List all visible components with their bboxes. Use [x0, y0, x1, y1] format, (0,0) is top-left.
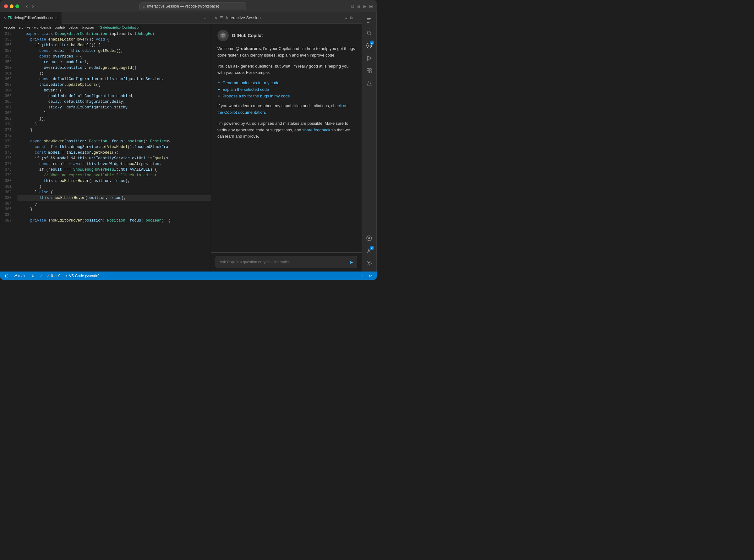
error-icon: ✕ [47, 274, 50, 278]
breadcrumb-file[interactable]: TS debugEditorContribution. [98, 25, 141, 29]
activity-search[interactable] [364, 27, 375, 39]
copilot-ai-text: I'm powered by AI, so surprises and mist… [218, 120, 355, 140]
status-vscode[interactable]: ⟡ VS Code (vscode) [64, 274, 101, 278]
svg-point-20 [368, 249, 370, 251]
copilot-split-icon[interactable]: ⧉ [350, 15, 352, 20]
spark-icon-1: ✦ [218, 81, 221, 85]
svg-point-11 [369, 45, 370, 46]
copilot-link-1[interactable]: ✦ Generate unit tests for my code [218, 80, 355, 85]
copilot-input-box[interactable]: ➤ [216, 256, 357, 268]
svg-point-2 [223, 34, 225, 36]
maximize-button[interactable] [15, 4, 19, 8]
breadcrumb-contrib[interactable]: contrib [54, 25, 65, 29]
split-editor-button[interactable]: ⧉ [351, 4, 354, 9]
activity-accounts[interactable]: 2 [364, 245, 375, 256]
close-button[interactable] [4, 4, 8, 8]
copilot-feedback-link[interactable]: share feedback [302, 127, 330, 132]
copilot-header-actions: ≡ ⧉ ··· [345, 15, 359, 20]
svg-point-0 [220, 32, 226, 39]
tab-bar: ✕ TS debugEditorContribution.ts ··· [0, 12, 211, 24]
back-button[interactable]: ‹ [25, 3, 29, 10]
breadcrumb-debug[interactable]: debug [68, 25, 78, 29]
activity-copilot[interactable]: 2 [364, 40, 375, 51]
tab-close-icon[interactable]: ✕ [3, 16, 6, 19]
status-sync[interactable]: ↻ [30, 274, 36, 278]
copilot-avatar [218, 30, 229, 41]
code-content: export class DebugEditorContribution imp… [15, 31, 211, 272]
svg-rect-3 [367, 18, 371, 19]
nav-buttons: ‹ › [25, 3, 35, 10]
activity-run[interactable] [364, 53, 375, 64]
status-branch[interactable]: ⎇ main [12, 274, 28, 278]
copilot-link-3[interactable]: ✦ Propose a fix for the bugs in my code [218, 94, 355, 98]
panel-button[interactable]: ⊟ [363, 4, 367, 9]
svg-rect-4 [367, 19, 370, 20]
warning-icon: ⚠ [54, 274, 58, 278]
status-live-share[interactable]: ⊕ [359, 274, 365, 278]
breadcrumb-workbench[interactable]: workbench [34, 25, 51, 29]
copilot-send-button[interactable]: ➤ [349, 259, 353, 265]
branch-icon: ⎇ [13, 274, 17, 278]
git-icon: ⑂ [40, 274, 42, 278]
minimize-button[interactable] [10, 4, 14, 8]
layout-button[interactable]: ⊡ [356, 4, 360, 9]
customize-layout-button[interactable]: ⊞ [369, 4, 373, 9]
copilot-close-button[interactable]: ✕ [214, 16, 218, 20]
breadcrumb-browser[interactable]: browser [82, 25, 94, 29]
copilot-link-1-text: Generate unit tests for my code [222, 80, 279, 85]
workspace-name: VS Code (vscode) [69, 274, 99, 278]
copilot-input-field[interactable] [220, 260, 347, 264]
activity-flask[interactable] [364, 78, 375, 89]
copilot-more-icon[interactable]: ··· [355, 15, 359, 20]
status-bar: ⟩⟨ ⎇ main ↻ ⑂ ✕ 0 ⚠ 0 ⟡ VS Code (vscode)… [0, 272, 377, 280]
code-editor[interactable]: 212 355 356 357 358 359 360 361 362 363 … [0, 31, 211, 272]
copilot-panel: ✕ ☰ Interactive Session ≡ ⧉ ··· G [211, 12, 362, 272]
status-errors[interactable]: ✕ 0 ⚠ 0 [45, 274, 62, 278]
svg-point-19 [368, 237, 370, 239]
status-remote-button[interactable]: ⟩⟨ [3, 274, 9, 278]
editor-tab[interactable]: ✕ TS debugEditorContribution.ts [0, 12, 62, 24]
activity-github[interactable] [364, 233, 375, 244]
status-git[interactable]: ⑂ [38, 274, 43, 278]
tab-more-button[interactable]: ··· [201, 15, 211, 20]
svg-marker-12 [368, 56, 371, 60]
accounts-badge: 2 [370, 246, 374, 250]
copilot-link-2[interactable]: ✦ Explain the selected code [218, 87, 355, 92]
copilot-list-icon[interactable]: ≡ [345, 15, 347, 20]
status-broadcast[interactable]: ⟳ [368, 274, 373, 278]
spark-icon-3: ✦ [218, 94, 221, 98]
copilot-body: GitHub Copilot Welcome @roblourens, I'm … [211, 24, 362, 252]
breadcrumb: vscode › src › vs › workbench › contrib … [0, 24, 211, 31]
broadcast-icon: ⟳ [369, 274, 372, 278]
search-bar: ⌕ Interactive Session — vscode (Workspac… [38, 2, 348, 10]
breadcrumb-vscode[interactable]: vscode [4, 25, 15, 29]
copilot-input-area: ➤ [211, 252, 362, 272]
breadcrumb-vs[interactable]: vs [27, 25, 30, 29]
activity-explorer[interactable] [364, 15, 375, 26]
editor-area: ✕ TS debugEditorContribution.ts ··· vsco… [0, 12, 211, 272]
search-bar-text: Interactive Session — vscode (Workspace) [147, 4, 219, 8]
activity-settings[interactable] [364, 258, 375, 269]
remote-icon: ⟩⟨ [5, 274, 8, 278]
copilot-link-2-text: Explain the selected code [222, 87, 269, 92]
svg-rect-15 [367, 71, 369, 73]
search-bar-inner[interactable]: ⌕ Interactive Session — vscode (Workspac… [140, 2, 246, 10]
forward-button[interactable]: › [31, 3, 35, 10]
sync-icon: ↻ [32, 274, 35, 278]
svg-point-7 [367, 31, 370, 34]
copilot-menu-icon: ☰ [220, 15, 224, 20]
breadcrumb-src[interactable]: src [19, 25, 24, 29]
activity-bar: 2 2 [362, 12, 377, 272]
svg-rect-5 [367, 21, 371, 21]
copilot-panel-title: Interactive Session [226, 15, 343, 20]
activity-extensions[interactable] [364, 65, 375, 76]
copilot-docs-link[interactable]: check out the Copilot documentation [218, 103, 349, 115]
copilot-welcome-text: Welcome @roblourens, I'm your Copilot an… [218, 45, 355, 59]
line-numbers: 212 355 356 357 358 359 360 361 362 363 … [0, 31, 15, 272]
svg-point-21 [368, 262, 370, 264]
traffic-lights [4, 4, 19, 8]
status-left: ⟩⟨ ⎇ main ↻ ⑂ ✕ 0 ⚠ 0 ⟡ VS Code (vscode) [3, 274, 101, 278]
branch-name: main [18, 274, 26, 278]
copilot-intro-text: You can ask generic questions, but what … [218, 63, 355, 76]
warning-count: 0 [58, 274, 61, 278]
